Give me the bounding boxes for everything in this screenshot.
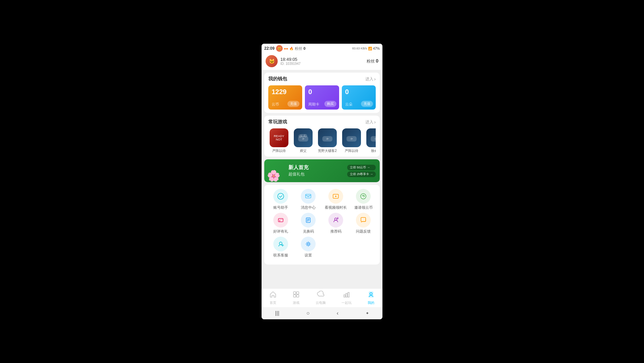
- profile-name: 18:49:05: [280, 57, 301, 62]
- wallet-cards: 1229 云币 充值 0 周期卡 购买 0 云朵 充值: [268, 85, 376, 110]
- yubi-amount: 1229: [272, 88, 299, 96]
- tab-bar: 首页 游戏 云电脑 一起玩 我的: [262, 288, 382, 307]
- wallet-header: 我的钱包 进入: [268, 76, 376, 82]
- wallet-card-yubi[interactable]: 1229 云币 充值: [268, 85, 302, 110]
- svg-point-13: [307, 195, 308, 196]
- tab-home-label: 首页: [270, 300, 276, 305]
- new-user-banner[interactable]: 🌸 新人首充 超值礼包 立得 50云币 → 立得 2h尊享卡 →: [264, 159, 380, 182]
- menu-item-good-review[interactable]: 好评有礼: [269, 213, 293, 234]
- wallet-section: 我的钱包 进入 1229 云币 充值 0 周期卡 购买 0 云朵 充值: [264, 73, 380, 113]
- nav-home-btn[interactable]: ○: [306, 310, 310, 316]
- watch-video-label: 看视频领时长: [325, 205, 347, 210]
- status-bar: 22:09 🐱 ●● 🔥 粉丝 0 83.63 KB/s 📶 47%: [262, 44, 382, 53]
- tab-together[interactable]: 一起玩: [341, 291, 352, 305]
- recommend-code-label: 推荐码: [330, 229, 341, 234]
- game-item-3[interactable]: ⟳ 严阵以待: [341, 128, 362, 153]
- good-review-icon: [273, 213, 288, 228]
- wallet-card-yunduo[interactable]: 0 云朵 充值: [342, 85, 376, 110]
- banner-text: 新人首充 超值礼包: [288, 164, 309, 177]
- games-section: 常玩游戏 进入 READYNOT 严阵以待: [264, 116, 380, 157]
- profile-avatar: 🐱: [266, 55, 278, 67]
- fire-icon: 🔥: [289, 47, 293, 50]
- menu-item-message-center[interactable]: 消息中心: [296, 189, 320, 210]
- svg-point-26: [337, 218, 338, 219]
- tab-home[interactable]: 首页: [269, 291, 277, 305]
- menu-item-settings[interactable]: 设置: [296, 237, 320, 258]
- wallet-card-zhouqi[interactable]: 0 周期卡 购买: [305, 85, 339, 110]
- yunduo-amount: 0: [345, 88, 372, 96]
- status-left: 22:09 🐱 ●● 🔥 粉丝 0: [264, 45, 306, 52]
- game-item-0[interactable]: READYNOT 严阵以待: [268, 128, 290, 153]
- feedback-label: 问题反馈: [356, 229, 371, 234]
- cloud-play-icon-3: ⟳: [347, 134, 357, 142]
- redeem-code-label: 兑换码: [303, 229, 314, 234]
- game-item-2[interactable]: ⟳ 荒野大镖客2: [317, 128, 338, 153]
- menu-item-redeem-code[interactable]: 兑换码: [296, 213, 320, 234]
- yubi-recharge-btn[interactable]: 充值: [287, 101, 300, 107]
- svg-point-20: [279, 220, 280, 221]
- game-name-0: 严阵以待: [272, 149, 286, 153]
- content-scroll[interactable]: 🐱 18:49:05 ID: 10391947 粉丝 0 我的钱包 进入: [262, 53, 382, 288]
- banner-mascot: 🌸: [267, 169, 280, 182]
- tab-cloud-pc[interactable]: 云电脑: [316, 291, 326, 305]
- banner-rewards: 立得 50云币 → 立得 2h尊享卡 →: [347, 165, 376, 177]
- svg-rect-22: [307, 219, 310, 219]
- zhouqi-buy-btn[interactable]: 购买: [324, 101, 336, 107]
- message-center-icon: [301, 189, 316, 204]
- fans-count: 0: [304, 46, 306, 50]
- settings-icon: [301, 237, 316, 251]
- svg-rect-28: [361, 217, 366, 221]
- menu-row-3: 联系客服 设置: [267, 237, 377, 258]
- status-right: 83.63 KB/s 📶 47%: [352, 47, 380, 50]
- fans-info: 粉丝 0: [367, 58, 378, 64]
- svg-point-15: [309, 195, 310, 196]
- customer-service-icon: [273, 237, 288, 251]
- svg-rect-32: [293, 292, 296, 294]
- tab-games[interactable]: 游戏: [292, 291, 300, 305]
- invite-coins-label: 邀请领云币: [354, 205, 373, 210]
- cloud-play-icon-1: ⟳: [298, 134, 308, 142]
- menu-item-account-helper[interactable]: 账号助手: [269, 189, 293, 210]
- svg-text:⟳: ⟳: [351, 137, 353, 140]
- tab-games-label: 游戏: [293, 300, 300, 305]
- mine-tab-icon: [367, 291, 375, 300]
- svg-rect-33: [296, 292, 299, 294]
- svg-rect-19: [278, 218, 283, 222]
- banner-reward-1[interactable]: 立得 50云币 →: [347, 165, 376, 170]
- profile-strip: 🐱 18:49:05 ID: 10391947 粉丝 0: [262, 53, 382, 70]
- game-name-2: 荒野大镖客2: [318, 149, 337, 153]
- nav-bar: ||| ○ ‹ ✦: [262, 307, 382, 319]
- game-icon-2: ⟳: [318, 128, 337, 147]
- menu-item-invite-coins[interactable]: 邀请领云币: [351, 189, 375, 210]
- tab-mine[interactable]: 我的: [367, 291, 375, 305]
- svg-point-18: [361, 194, 366, 199]
- menu-item-watch-video[interactable]: 看视频领时长: [324, 189, 348, 210]
- banner-title: 新人首充: [288, 164, 309, 171]
- menu-item-recommend-code[interactable]: 推荐码: [324, 213, 348, 234]
- game-icon-0: READYNOT: [270, 128, 288, 147]
- svg-rect-34: [293, 295, 296, 297]
- svg-rect-37: [346, 293, 347, 297]
- menu-item-customer-service[interactable]: 联系客服: [269, 237, 293, 258]
- svg-rect-23: [307, 220, 310, 220]
- games-scroll[interactable]: READYNOT 严阵以待 ⟳ 师父: [268, 128, 376, 153]
- game-item-1[interactable]: ⟳ 师父: [292, 128, 314, 153]
- settings-label: 设置: [305, 253, 312, 258]
- menu-item-feedback[interactable]: 问题反馈: [351, 213, 375, 234]
- game-name-1: 师父: [300, 149, 307, 153]
- tab-cloud-pc-label: 云电脑: [316, 300, 326, 305]
- svg-text:⟳: ⟳: [375, 137, 376, 140]
- good-review-label: 好评有礼: [273, 229, 288, 234]
- nav-back-btn[interactable]: ‹: [337, 310, 338, 316]
- status-icons: ●●: [284, 47, 288, 50]
- games-enter-link[interactable]: 进入: [365, 119, 376, 125]
- nav-extra-btn[interactable]: ✦: [366, 311, 369, 316]
- svg-text:⟳: ⟳: [302, 137, 305, 140]
- nav-recent-btn[interactable]: |||: [275, 310, 279, 316]
- wallet-enter-link[interactable]: 进入: [365, 76, 376, 82]
- cloud-play-icon-4: ⟳: [371, 134, 376, 142]
- yunduo-recharge-btn[interactable]: 充值: [361, 101, 373, 107]
- tab-together-label: 一起玩: [341, 300, 352, 305]
- banner-reward-2[interactable]: 立得 2h尊享卡 →: [347, 171, 376, 177]
- game-item-4[interactable]: ⟳ 致命...: [365, 128, 376, 153]
